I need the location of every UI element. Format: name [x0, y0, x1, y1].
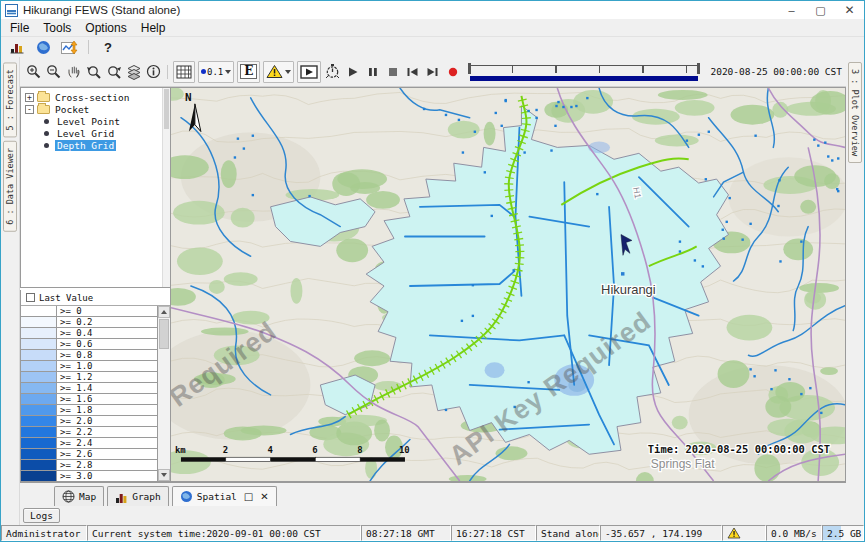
legend-row[interactable]: >= 0.6 [21, 339, 157, 350]
legend-value-label: >= 1.6 [57, 394, 157, 404]
tree-item-cross-section[interactable]: + Cross-section [21, 91, 170, 103]
pan-hand-icon[interactable] [64, 61, 83, 83]
skip-last-icon[interactable] [423, 61, 442, 83]
panel-close-icon[interactable]: ✕ [260, 491, 268, 502]
legend-row[interactable]: >= 3.0 [21, 471, 157, 481]
logs-button[interactable]: Logs [23, 508, 60, 523]
legend-scrollbar[interactable] [157, 306, 170, 481]
close-button[interactable]: ✕ [835, 1, 864, 19]
legend-value-label: >= 0.4 [57, 328, 157, 338]
legend-row[interactable]: >= 0.8 [21, 350, 157, 361]
labels-icon: E [240, 64, 257, 79]
tree-item-level-point[interactable]: Level Point [21, 115, 170, 127]
expand-toggle-icon[interactable]: + [25, 93, 34, 102]
status-local-time: 16:27:18 CST [451, 525, 536, 541]
legend-row[interactable]: >= 2.2 [21, 427, 157, 438]
side-tab-data-viewer[interactable]: 6 : Data Viewer [3, 141, 17, 232]
warnings-dropdown[interactable] [263, 61, 294, 83]
tree-item-pocket[interactable]: - Pocket [21, 103, 170, 115]
logs-bar: Logs [20, 506, 846, 525]
stop-icon[interactable] [383, 61, 402, 83]
skip-first-icon[interactable] [403, 61, 422, 83]
legend-row[interactable]: >= 1.6 [21, 394, 157, 405]
legend-value-label: >= 1.2 [57, 372, 157, 382]
legend-row[interactable]: >= 2.6 [21, 449, 157, 460]
tab-graph[interactable]: Graph [107, 486, 169, 506]
legend-row[interactable]: >= 1.0 [21, 361, 157, 372]
app-logo-icon [5, 4, 18, 17]
legend-row[interactable]: >= 1.2 [21, 372, 157, 383]
collapse-toggle-icon[interactable]: - [25, 105, 34, 114]
legend-row[interactable]: >= 1.8 [21, 405, 157, 416]
help-button[interactable]: ? [98, 40, 118, 55]
legend-row[interactable]: >= 0 [21, 306, 157, 317]
scroll-down-icon[interactable] [158, 469, 170, 481]
reports-icon[interactable] [7, 38, 27, 56]
side-tab-forecast[interactable]: 5 : Forecast [3, 62, 17, 137]
legend-row[interactable]: >= 2.0 [21, 416, 157, 427]
legend-color-swatch [21, 317, 57, 327]
side-tab-plot-overview[interactable]: 3 : Plot Overview [848, 62, 862, 163]
menu-options[interactable]: Options [79, 20, 132, 36]
legend-row[interactable]: >= 2.8 [21, 460, 157, 471]
scrollbar-thumb[interactable] [159, 319, 169, 349]
tab-map[interactable]: Map [54, 486, 104, 506]
tree-scrollbar[interactable] [162, 88, 170, 287]
layers-icon[interactable] [124, 61, 143, 83]
record-icon[interactable] [443, 61, 462, 83]
maximize-button[interactable]: ▢ [806, 1, 835, 19]
tree-item-depth-grid[interactable]: Depth Grid [21, 139, 170, 151]
menu-tools[interactable]: Tools [37, 20, 77, 36]
grid-display-button[interactable] [173, 61, 195, 83]
timer-icon[interactable] [323, 61, 342, 83]
menu-help[interactable]: Help [135, 20, 172, 36]
legend-color-swatch [21, 350, 57, 360]
panel-maximize-icon[interactable]: □ [244, 491, 253, 502]
status-coordinates: -35.657 , 174.199 [600, 525, 722, 541]
tree-item-level-grid[interactable]: Level Grid [21, 127, 170, 139]
legend-row[interactable]: >= 0.2 [21, 317, 157, 328]
layer-tree: + Cross-section - Pocket Level Point [20, 87, 170, 288]
tree-item-label: Cross-section [53, 92, 131, 103]
legend-row[interactable]: >= 0.4 [21, 328, 157, 339]
play-movie-button[interactable] [297, 61, 321, 83]
tab-spatial[interactable]: Spatial □ ✕ [172, 486, 277, 506]
last-value-checkbox[interactable] [26, 293, 35, 302]
status-warning-icon[interactable] [722, 525, 766, 541]
zoom-previous-icon[interactable] [84, 61, 103, 83]
legend-value-label: >= 0.8 [57, 350, 157, 360]
status-mode: Stand alone [536, 525, 600, 541]
zoom-out-icon[interactable] [44, 61, 63, 83]
time-slider[interactable] [468, 62, 700, 82]
menu-file[interactable]: File [4, 20, 35, 36]
time-slider-range-bar[interactable] [470, 76, 698, 81]
timeseries-dialog-icon[interactable] [59, 38, 79, 56]
globe-icon[interactable] [33, 38, 53, 56]
current-datetime: 2020-08-25 00:00:00 CST [706, 66, 842, 77]
zoom-in-icon[interactable] [24, 61, 43, 83]
zoom-next-icon[interactable] [104, 61, 123, 83]
legend-labels-button[interactable]: E [237, 61, 260, 83]
pause-icon[interactable] [363, 61, 382, 83]
legend-color-swatch [21, 460, 57, 470]
info-icon[interactable] [144, 61, 163, 83]
map-view[interactable]: API Key Required API Key Required Hikura… [171, 87, 846, 482]
map-globe-icon [62, 490, 75, 503]
node-bullet-icon [44, 143, 49, 148]
scroll-up-icon[interactable] [158, 306, 170, 318]
scale-dot-icon [201, 69, 206, 74]
legend-row[interactable]: >= 1.4 [21, 383, 157, 394]
scale-tick-label: 2 [223, 445, 228, 455]
legend-value-label: >= 0.2 [57, 317, 157, 327]
legend-row[interactable]: >= 2.4 [21, 438, 157, 449]
play-icon[interactable] [343, 61, 362, 83]
legend-panel: Last Value >= 0>= 0.2>= 0.4>= 0.6>= 0.8>… [20, 290, 170, 482]
tree-item-label-selected: Depth Grid [55, 140, 116, 151]
scale-dropdown[interactable]: 0.1 [198, 61, 234, 83]
town-point-icon [621, 272, 624, 275]
legend-color-swatch [21, 339, 57, 349]
window-title: Hikurangi FEWS (Stand alone) [23, 4, 180, 16]
road-label: H1 [631, 186, 643, 199]
status-gmt-time: 08:27:18 GMT [361, 525, 451, 541]
minimize-button[interactable]: – [777, 1, 806, 19]
